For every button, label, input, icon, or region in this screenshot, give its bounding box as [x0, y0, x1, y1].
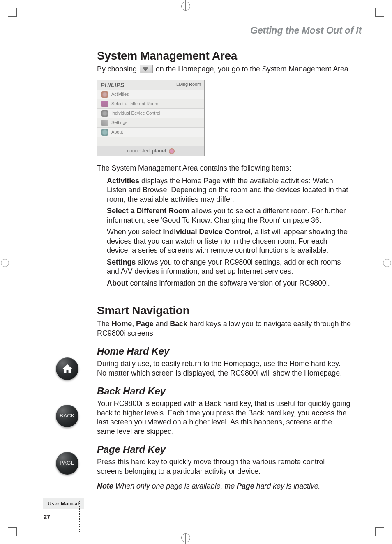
item-about-text: contains information on the software ver… — [128, 279, 330, 287]
sma-items: Activities displays the Home Page with t… — [107, 176, 352, 288]
sma-intro: By choosing on the Homepage, you go to t… — [97, 65, 352, 74]
page-hard-key-title: Page Hard Key — [97, 443, 352, 456]
device-row-idc: Individual Device Control — [111, 111, 160, 116]
sma-contains: The System Management Area contains the … — [97, 164, 352, 173]
device-row-activities: Activities — [111, 92, 129, 97]
back-hard-key-title: Back Hard Key — [97, 385, 352, 397]
item-select-room-label: Select a Different Room — [107, 207, 189, 215]
item-about-label: About — [107, 279, 128, 287]
item-idc-before: When you select — [107, 228, 163, 236]
item-settings-text: allows you to change your RC9800i settin… — [107, 258, 341, 276]
note-bold: Page — [237, 482, 254, 490]
back-hard-key-text: Your RC9800i is equipped with a Back har… — [97, 399, 352, 436]
sma-intro-before: By choosing — [97, 65, 137, 73]
sma-intro-after: on the Homepage, you go to the System Ma… — [156, 65, 350, 73]
device-bottom-left: connected — [127, 148, 149, 154]
footer-dotted-rule — [79, 500, 81, 532]
sn-p2: , — [132, 320, 136, 328]
sn-p1: Home — [112, 320, 132, 328]
item-activities-text: displays the Home Page with the availabl… — [107, 177, 348, 203]
device-bottom-bold: planet — [152, 148, 166, 154]
note-before: When only one page is available, the — [113, 482, 237, 490]
sn-p4: and — [154, 320, 170, 328]
back-key-label: BACK — [60, 413, 75, 419]
note-after: hard key is inactive. — [254, 482, 321, 490]
device-row-settings: Settings — [111, 120, 127, 126]
item-settings-label: Settings — [107, 258, 136, 266]
activities-icon — [101, 91, 108, 98]
home-hard-key-title: Home Hard Key — [97, 345, 352, 357]
home-hard-key-text: During daily use, to easily return to th… — [97, 359, 352, 378]
header-rule — [16, 38, 362, 38]
connectedplanet-icon — [169, 148, 175, 154]
home-key-icon — [56, 357, 78, 380]
sn-p5: Back — [170, 320, 187, 328]
back-key-icon: BACK — [56, 405, 78, 427]
sn-p0: The — [97, 320, 112, 328]
device-brand: PHILIPS — [101, 82, 125, 89]
settings-icon — [101, 120, 108, 126]
note: Note When only one page is available, th… — [97, 482, 352, 491]
device-row-select-room: Select a Different Room — [111, 101, 158, 107]
door-icon — [101, 101, 108, 107]
footer-manual-label: User Manual — [43, 498, 84, 509]
about-icon — [101, 129, 108, 136]
page-key-icon: PAGE — [56, 452, 78, 475]
device-room-label: Living Room — [176, 82, 201, 89]
running-header: Getting the Most Out of It — [250, 25, 362, 37]
footer-page-number: 27 — [44, 513, 51, 521]
system-management-icon — [140, 65, 153, 73]
section-smart-navigation-title: Smart Navigation — [97, 303, 352, 318]
device-screenshot: PHILIPS Living Room Activities Select a … — [97, 80, 205, 157]
page-key-label: PAGE — [60, 460, 74, 466]
sn-p3: Page — [136, 320, 154, 328]
section-system-management-title: System Management Area — [97, 48, 352, 63]
device-row-about: About — [111, 129, 123, 135]
page-hard-key-text: Press this hard key to quickly move thro… — [97, 457, 352, 476]
note-label: Note — [97, 482, 113, 490]
smart-nav-intro: The Home, Page and Back hard keys allow … — [97, 319, 352, 338]
device-control-icon — [101, 110, 108, 117]
item-activities-label: Activities — [107, 177, 139, 185]
item-idc-label: Individual Device Control — [163, 228, 251, 236]
